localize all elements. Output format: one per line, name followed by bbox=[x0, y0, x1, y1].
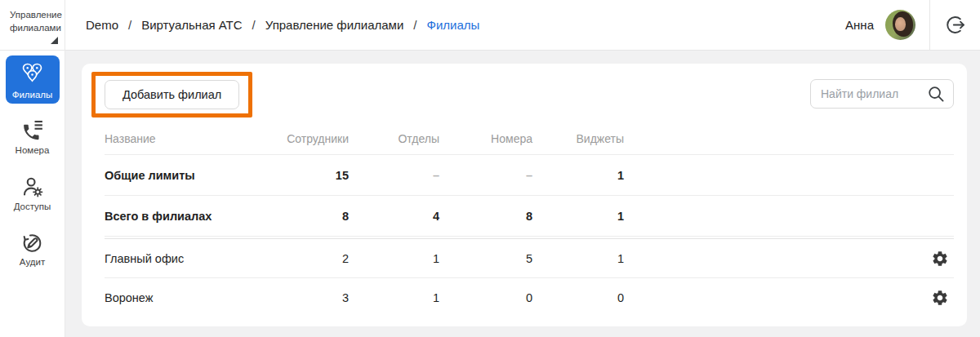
column-header-widgets: Виджеты bbox=[532, 132, 624, 145]
breadcrumb-item-branch-management[interactable]: Управление филиалами bbox=[265, 18, 404, 32]
breadcrumb-item-vats[interactable]: Виртуальная АТС bbox=[141, 18, 242, 32]
sidebar-item-label: Номера bbox=[16, 145, 50, 155]
cell-numbers: 0 bbox=[439, 291, 532, 304]
cell-widgets: 1 bbox=[532, 210, 624, 223]
column-header-employees: Сотрудники bbox=[278, 132, 349, 145]
gear-icon bbox=[931, 289, 949, 307]
branch-pins-icon bbox=[19, 60, 46, 87]
branch-search bbox=[810, 79, 954, 109]
breadcrumb-separator: / bbox=[413, 18, 416, 32]
row-name: Всего в филиалах bbox=[105, 210, 278, 223]
table-row-voronezh[interactable]: Воронеж 3 1 0 0 bbox=[105, 278, 954, 317]
cell-widgets: 0 bbox=[532, 291, 624, 304]
row-name: Главный офис bbox=[105, 252, 278, 265]
sidebar-nav: Филиалы Номера bbox=[0, 51, 65, 282]
cell-numbers: 8 bbox=[439, 210, 532, 223]
breadcrumb-separator: / bbox=[128, 18, 131, 32]
sidebar-item-label: Аудит bbox=[20, 257, 45, 267]
sidebar-item-audit[interactable]: Аудит bbox=[6, 225, 60, 273]
cell-employees: 15 bbox=[278, 169, 349, 182]
branch-search-input[interactable] bbox=[811, 87, 926, 100]
cell-departments: – bbox=[349, 169, 439, 182]
cell-employees: 2 bbox=[278, 252, 349, 265]
row-name: Общие лимиты bbox=[105, 169, 278, 182]
branches-table: Название Сотрудники Отделы Номера Виджет… bbox=[105, 122, 954, 317]
cell-numbers: 5 bbox=[439, 252, 532, 265]
column-header-numbers: Номера bbox=[439, 132, 532, 145]
breadcrumb: Demo / Виртуальная АТС / Управление фили… bbox=[65, 18, 479, 32]
cell-departments: 1 bbox=[349, 252, 439, 265]
search-icon bbox=[926, 84, 946, 104]
user-name: Анна bbox=[845, 18, 874, 32]
breadcrumb-separator: / bbox=[252, 18, 256, 32]
row-name: Воронеж bbox=[105, 291, 278, 304]
breadcrumb-item-demo[interactable]: Demo bbox=[86, 18, 118, 32]
sidebar-title: Управление филиалами bbox=[10, 9, 60, 34]
cell-departments: 4 bbox=[349, 210, 439, 223]
sidebar: Управление филиалами bbox=[0, 0, 65, 337]
topbar: Demo / Виртуальная АТС / Управление фили… bbox=[65, 0, 980, 51]
cell-departments: 1 bbox=[349, 291, 439, 304]
cell-employees: 8 bbox=[278, 210, 349, 223]
cell-employees: 3 bbox=[278, 291, 349, 304]
cell-widgets: 1 bbox=[532, 169, 624, 182]
card-toolbar: Добавить филиал bbox=[82, 64, 967, 122]
action-highlight-box: Добавить филиал bbox=[91, 72, 252, 118]
gear-icon bbox=[931, 250, 949, 268]
user-avatar[interactable] bbox=[885, 10, 915, 40]
cell-widgets: 1 bbox=[532, 252, 624, 265]
branch-settings-button[interactable] bbox=[931, 289, 949, 307]
sidebar-collapse-handle[interactable] bbox=[51, 37, 58, 44]
add-branch-button[interactable]: Добавить филиал bbox=[105, 80, 239, 109]
sidebar-item-numbers[interactable]: Номера bbox=[6, 113, 60, 160]
table-row-total-in-branches: Всего в филиалах 8 4 8 1 bbox=[105, 196, 954, 237]
breadcrumb-item-branches-current[interactable]: Филиалы bbox=[427, 18, 480, 32]
table-row-total-limits: Общие лимиты 15 – – 1 bbox=[105, 155, 954, 196]
cell-numbers: – bbox=[439, 169, 532, 182]
logout-icon bbox=[944, 14, 966, 36]
sidebar-item-label: Филиалы bbox=[12, 90, 53, 100]
sidebar-header: Управление филиалами bbox=[0, 0, 65, 51]
user-area: Анна bbox=[845, 0, 980, 50]
table-row-main-office[interactable]: Главный офис 2 1 5 1 bbox=[105, 239, 954, 278]
branches-card: Добавить филиал Название Сотрудники Отде… bbox=[82, 64, 967, 326]
user-gear-icon bbox=[20, 175, 45, 199]
phone-list-icon bbox=[20, 118, 45, 143]
table-header-row: Название Сотрудники Отделы Номера Виджет… bbox=[105, 122, 954, 155]
sidebar-item-label: Доступы bbox=[14, 202, 51, 211]
audit-pencil-icon bbox=[20, 231, 44, 255]
branch-settings-button[interactable] bbox=[931, 250, 949, 268]
sidebar-item-access[interactable]: Доступы bbox=[6, 169, 60, 216]
column-header-name: Название bbox=[105, 132, 278, 145]
sidebar-item-branches[interactable]: Филиалы bbox=[6, 55, 60, 104]
logout-button[interactable] bbox=[929, 0, 980, 50]
column-header-departments: Отделы bbox=[349, 132, 439, 145]
